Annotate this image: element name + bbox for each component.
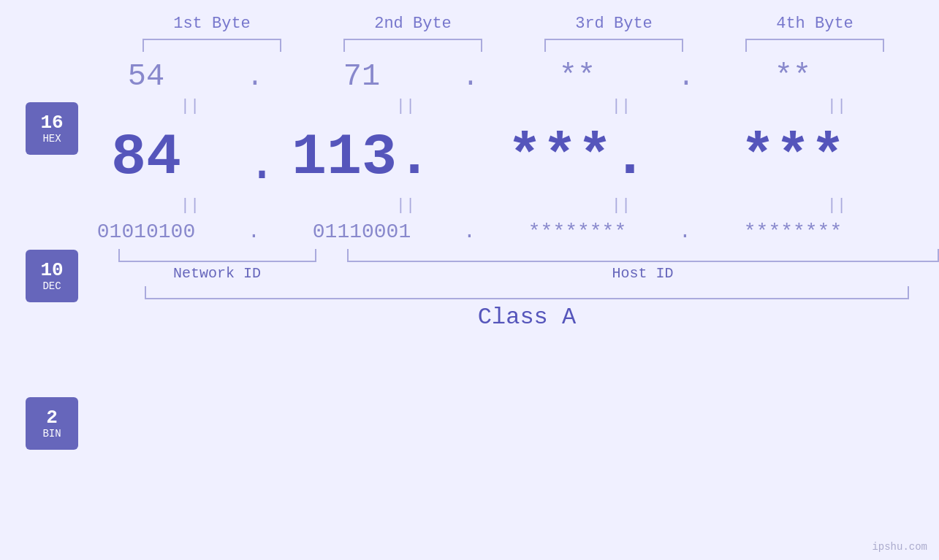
hex-sep-2: .	[463, 61, 477, 93]
dbl2-1: ||	[90, 196, 291, 215]
dbl-bars-1: || || || ||	[88, 97, 939, 115]
dbl-4: ||	[737, 97, 938, 115]
bin-badge: 2 BIN	[26, 397, 78, 450]
dbl-2: ||	[305, 97, 506, 115]
bin-row: 01010100 . 01110001 . ******** . *******…	[0, 220, 939, 243]
id-labels-row: Network ID Host ID	[88, 265, 939, 282]
bracket-cell-4	[715, 39, 916, 52]
bin-b1: 01010100	[46, 220, 247, 243]
bin-b4: ********	[693, 220, 894, 243]
hex-b1: 54	[46, 59, 247, 94]
bracket-cell-3	[514, 39, 715, 52]
dbl-1: ||	[90, 97, 291, 115]
hex-sep-1: .	[247, 61, 262, 93]
network-id-bracket	[118, 249, 316, 262]
dbl-bars-2: || || || ||	[88, 196, 939, 215]
watermark: ipshu.com	[872, 541, 927, 553]
dec-sep-1: .	[247, 136, 262, 193]
dec-b4: ***	[693, 124, 894, 191]
dbl2-sep-2	[506, 196, 521, 215]
dbl-sep-1	[291, 97, 305, 115]
dbl2-3: ||	[521, 196, 722, 215]
class-a-label: Class A	[145, 304, 909, 331]
main-container: 1st Byte 2nd Byte 3rd Byte 4th Byte 16 H…	[0, 0, 939, 560]
dec-row: 84 . 113. ***. ***	[0, 121, 939, 193]
header-byte1: 1st Byte	[112, 15, 313, 33]
header-byte3: 3rd Byte	[514, 15, 715, 33]
dbl2-sep-1	[291, 196, 305, 215]
hex-sep-3: .	[678, 61, 693, 93]
bin-sep-1: .	[247, 220, 262, 243]
top-brackets	[88, 39, 939, 52]
dbl-3: ||	[521, 97, 722, 115]
dbl-sep-2	[506, 97, 521, 115]
dec-b1: 84	[46, 124, 247, 191]
bin-b2: 01110001	[262, 220, 463, 243]
hex-b2: 71	[262, 59, 463, 94]
bracket-cell-2	[313, 39, 514, 52]
header-byte2: 2nd Byte	[313, 15, 514, 33]
dec-number: 10	[40, 260, 63, 281]
dbl2-sep-3	[722, 196, 737, 215]
class-a-bracket	[145, 286, 909, 299]
bin-sep-3: .	[678, 220, 693, 243]
bottom-brackets-row	[88, 249, 939, 262]
dec-sep-2	[463, 136, 477, 193]
bin-sep-2: .	[463, 220, 477, 243]
dec-b3: ***.	[477, 124, 678, 191]
hex-b3: **	[477, 59, 678, 94]
network-id-label: Network ID	[88, 265, 346, 282]
dec-b2: 113.	[262, 124, 463, 191]
dbl2-2: ||	[305, 196, 506, 215]
hex-b4: **	[693, 59, 894, 94]
bin-number: 2	[46, 407, 58, 429]
dbl-sep-3	[722, 97, 737, 115]
hex-row: 54 . 71 . ** . **	[0, 59, 939, 94]
dec-sep-3	[678, 136, 693, 193]
host-id-label: Host ID	[346, 265, 939, 282]
bin-name: BIN	[42, 429, 61, 440]
host-id-bracket	[347, 249, 939, 262]
dec-name: DEC	[42, 281, 61, 292]
bin-b3: ********	[477, 220, 678, 243]
class-a-area: Class A	[145, 286, 939, 331]
header-byte4: 4th Byte	[715, 15, 916, 33]
dbl2-4: ||	[737, 196, 938, 215]
bracket-cell-1	[112, 39, 313, 52]
byte-headers: 1st Byte 2nd Byte 3rd Byte 4th Byte	[88, 0, 939, 33]
dec-badge: 10 DEC	[26, 250, 78, 302]
